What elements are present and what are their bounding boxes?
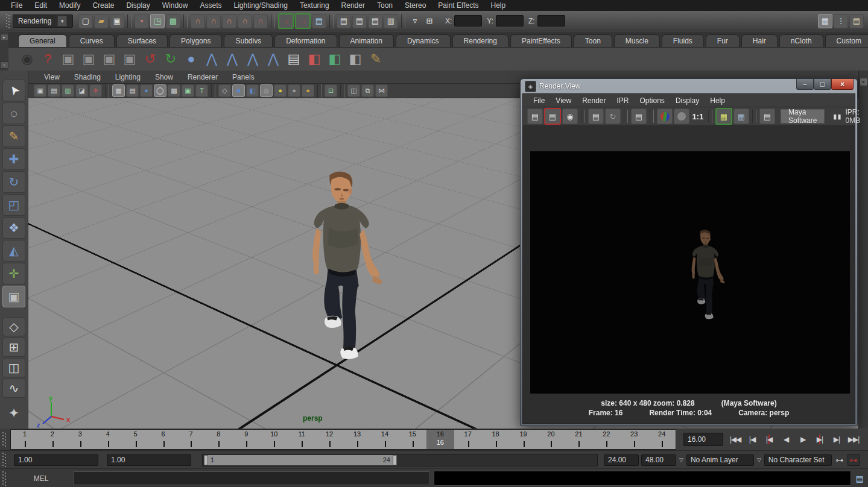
- play-backwards-button[interactable]: ◀: [779, 432, 793, 447]
- timeline-frame-13[interactable]: 13: [343, 430, 371, 449]
- step-back-key-button[interactable]: |◀: [762, 432, 776, 447]
- timeline-frame-4[interactable]: 4: [94, 430, 122, 449]
- shelf-tab-fur[interactable]: Fur: [706, 34, 740, 47]
- rgb-channels-icon[interactable]: [657, 108, 673, 124]
- menu-create[interactable]: Create: [86, 0, 120, 11]
- menu-edit[interactable]: Edit: [28, 0, 53, 11]
- anim-layer-field[interactable]: No Anim Layer: [686, 454, 754, 466]
- go-to-end-button[interactable]: ▶▶|: [846, 432, 861, 447]
- playback-range-bar[interactable]: 1 24: [204, 455, 397, 465]
- select-hierarchy-icon[interactable]: ▪: [135, 14, 149, 28]
- menu-display[interactable]: Display: [120, 0, 156, 11]
- shelf-tab-custom[interactable]: Custom: [825, 34, 868, 47]
- renderer-selector[interactable]: Maya Software: [781, 109, 825, 124]
- shelf-tab-subdivs[interactable]: Subdivs: [224, 34, 273, 47]
- timeline-frame-5[interactable]: 5: [122, 430, 150, 449]
- shelf-tab-fluids[interactable]: Fluids: [662, 34, 704, 47]
- redo-previous-render-icon[interactable]: ▤: [544, 108, 561, 125]
- timeline-frame-1[interactable]: 1: [11, 430, 39, 449]
- panel-menu-lighting[interactable]: Lighting: [108, 72, 148, 83]
- smooth-shade-icon[interactable]: ■: [232, 84, 245, 97]
- four-pane-layout-icon[interactable]: ⊞: [2, 338, 25, 357]
- menu-set-selector[interactable]: Rendering ▾: [13, 14, 73, 28]
- film-gate-icon[interactable]: ▤: [126, 84, 139, 97]
- lasso-tool-icon[interactable]: ◌: [2, 102, 25, 124]
- snapshot-icon[interactable]: ◉: [562, 108, 578, 124]
- channel-box-toggle-icon[interactable]: ▤: [849, 14, 864, 28]
- outliner-persp-layout-icon[interactable]: ◫: [2, 358, 25, 377]
- rotate-tool-icon[interactable]: ↻: [2, 171, 25, 193]
- timeline-handle[interactable]: [2, 432, 7, 447]
- dock-close-icon[interactable]: ×: [860, 78, 868, 86]
- rv-menu-render[interactable]: Render: [577, 95, 611, 106]
- one-to-one-icon[interactable]: 1:1: [691, 109, 705, 124]
- character-set-chevron-icon[interactable]: ▽: [757, 457, 761, 463]
- mel-command-input[interactable]: [73, 471, 430, 485]
- anim-layer-chevron-icon[interactable]: ▽: [679, 457, 683, 463]
- rv-menu-display[interactable]: Display: [670, 95, 705, 106]
- command-result-field[interactable]: [434, 471, 851, 486]
- statusline-handle[interactable]: [6, 14, 10, 28]
- xray-joints-icon[interactable]: ⧉: [361, 84, 374, 97]
- ik-handle-icon[interactable]: ⋀: [202, 49, 221, 69]
- outliner-icon[interactable]: ▤: [284, 49, 303, 69]
- snap-point-icon[interactable]: ∩: [222, 14, 236, 28]
- range-start-handle[interactable]: [204, 455, 208, 465]
- wireframe-icon[interactable]: ◇: [218, 84, 231, 97]
- character-model[interactable]: [290, 144, 391, 394]
- menu-modify[interactable]: Modify: [53, 0, 86, 11]
- shelf-menu-icon[interactable]: ▸: [0, 34, 8, 41]
- x-coordinate-input[interactable]: [454, 15, 482, 27]
- insert-joint-icon[interactable]: ⋀: [264, 49, 283, 69]
- range-handle[interactable]: [2, 453, 7, 467]
- menu-help[interactable]: Help: [485, 0, 512, 11]
- input-mode-selector-icon[interactable]: ⊞: [423, 14, 436, 28]
- select-tool-icon[interactable]: ➤: [2, 80, 25, 101]
- keep-image-icon[interactable]: ▦: [715, 108, 732, 125]
- panel-menu-panels[interactable]: Panels: [225, 72, 262, 83]
- y-coordinate-input[interactable]: [496, 15, 524, 27]
- render-region-icon[interactable]: ▤: [631, 108, 647, 124]
- image-plane-icon[interactable]: ◪: [75, 84, 88, 97]
- construction-history-icon[interactable]: ▤: [312, 14, 326, 28]
- shelf-tab-surfaces[interactable]: Surfaces: [116, 34, 168, 47]
- render-current-frame-icon[interactable]: ▤: [527, 108, 543, 124]
- graph-persp-layout-icon[interactable]: ∿: [2, 379, 25, 398]
- lighting-flat-icon[interactable]: ●: [288, 84, 300, 97]
- menu-assets[interactable]: Assets: [194, 0, 227, 11]
- range-end-handle[interactable]: [393, 455, 397, 465]
- shelf-tab-animation[interactable]: Animation: [339, 34, 394, 47]
- command-line-label[interactable]: MEL: [9, 474, 73, 483]
- camera-zoom-icon[interactable]: ▣: [120, 49, 139, 69]
- input-connections-icon[interactable]: →: [278, 13, 294, 29]
- rv-menu-help[interactable]: Help: [705, 95, 730, 106]
- bookmarks-icon[interactable]: ▥: [62, 84, 74, 97]
- snap-curve-icon[interactable]: ∩: [206, 14, 221, 28]
- menu-render[interactable]: Render: [335, 0, 371, 11]
- gate-mask-icon[interactable]: ◯: [154, 84, 166, 97]
- shelf-tab-polygons[interactable]: Polygons: [169, 34, 222, 47]
- shelf-tab-painteffects[interactable]: PaintEffects: [510, 34, 572, 47]
- timeline-frame-11[interactable]: 11: [288, 430, 315, 449]
- refresh-ipr-icon[interactable]: ↻: [605, 108, 621, 124]
- camera-attributes-icon[interactable]: ▤: [48, 84, 60, 97]
- timeline-frame-9[interactable]: 9: [232, 430, 260, 449]
- snap-plane-icon[interactable]: ∩: [238, 14, 252, 28]
- camera-tumble-icon[interactable]: ▣: [59, 49, 78, 69]
- render-settings-icon[interactable]: ▥: [384, 14, 398, 28]
- timeline-frame-22[interactable]: 22: [592, 430, 620, 449]
- timeline-frame-23[interactable]: 23: [620, 430, 648, 449]
- timeline-frame-14[interactable]: 14: [371, 430, 399, 449]
- chevron-down-icon[interactable]: ▾: [57, 16, 67, 27]
- maximize-button[interactable]: ▢: [814, 79, 831, 90]
- xray-icon[interactable]: ◫: [347, 84, 360, 97]
- shelf-tab-toon[interactable]: Toon: [574, 34, 612, 47]
- panel-menu-shading[interactable]: Shading: [67, 72, 108, 83]
- animation-start-field[interactable]: 1.00: [14, 454, 98, 466]
- timeline-frame-15[interactable]: 15: [399, 430, 426, 449]
- menu-window[interactable]: Window: [156, 0, 194, 11]
- set-key-icon[interactable]: ⊶: [834, 454, 845, 465]
- panel-menu-renderer[interactable]: Renderer: [180, 72, 225, 83]
- panel-menu-show[interactable]: Show: [148, 72, 180, 83]
- menu-toon[interactable]: Toon: [371, 0, 399, 11]
